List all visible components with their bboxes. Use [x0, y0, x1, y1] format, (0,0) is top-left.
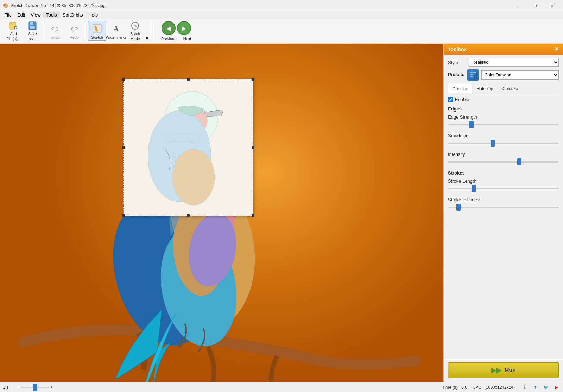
toolbox-tabs: Contour Hatching Colorize — [448, 84, 559, 93]
batch-mode-button[interactable]: Batch Mode — [126, 21, 144, 41]
svg-point-14 — [134, 25, 136, 26]
menu-view[interactable]: View — [28, 12, 43, 18]
resize-handle-br[interactable] — [252, 214, 254, 217]
canvas-area[interactable] — [0, 44, 443, 382]
title-bar: 🎨 Sketch Drawer Pro - 1442285_8066162822… — [0, 0, 563, 11]
status-sep-2 — [470, 385, 470, 390]
presets-row: Presets Color Drawing Pencil Sketch Char… — [448, 69, 559, 81]
zoom-decrease-icon[interactable]: − — [18, 385, 20, 389]
resize-handle-ml[interactable] — [122, 146, 125, 149]
status-bar: 1:1 − + Time (s): 0.0 JPG (1600x1242x24)… — [0, 382, 563, 392]
edges-section-header: Edges — [448, 106, 559, 112]
sketch-label: Sketch — [91, 35, 103, 39]
app-icon: 🎨 — [3, 3, 8, 8]
menu-help[interactable]: Help — [86, 12, 101, 18]
redo-label: Redo — [70, 35, 79, 39]
watermarks-button[interactable]: A Watermarks — [107, 21, 125, 41]
sketch-icon — [91, 23, 103, 34]
zoom-slider[interactable] — [21, 387, 49, 388]
status-right: Time (s): 0.0 JPG (1600x1242x24) ℹ f 🐦 ▶ — [442, 384, 560, 391]
svg-rect-38 — [473, 77, 476, 77]
svg-text:A: A — [113, 24, 119, 33]
previous-button[interactable]: ◀ — [162, 21, 176, 35]
zoom-increase-icon[interactable]: + — [51, 385, 53, 389]
resize-handle-bl[interactable] — [122, 214, 125, 217]
minimize-button[interactable]: ─ — [510, 0, 526, 11]
stroke-thickness-slider[interactable] — [448, 207, 559, 208]
toolbox-close-button[interactable]: ✕ — [554, 46, 559, 52]
tools-group: Sketch A Watermarks Batch Mode ▼ — [87, 20, 151, 42]
svg-rect-1 — [10, 22, 12, 25]
save-as-button[interactable]: Save as... — [23, 21, 42, 41]
facebook-button[interactable]: f — [531, 384, 539, 391]
window-title: Sketch Drawer Pro - 1442285_80661628222s… — [11, 3, 510, 8]
menu-file[interactable]: File — [1, 12, 14, 18]
stroke-thickness-row: Stroke thickness — [448, 197, 559, 211]
save-icon — [27, 21, 38, 31]
youtube-button[interactable]: ▶ — [552, 384, 560, 391]
redo-button[interactable]: Redo — [65, 21, 83, 41]
svg-rect-36 — [473, 72, 476, 73]
toolbox-body: Style Realistic Pencil Charcoal Presets — [444, 55, 563, 358]
menu-edit[interactable]: Edit — [14, 12, 28, 18]
run-button[interactable]: ▶▶ Run — [448, 362, 559, 378]
resize-handle-tl[interactable] — [122, 78, 125, 81]
presets-label: Presets — [448, 72, 464, 77]
tab-colorize[interactable]: Colorize — [498, 84, 523, 93]
expand-arrow[interactable]: ▼ — [145, 21, 149, 41]
nav-labels: Previous Next — [160, 37, 192, 41]
next-label: Next — [183, 37, 191, 41]
strokes-section-header: Strokes — [448, 170, 559, 176]
svg-rect-8 — [30, 26, 35, 29]
twitter-button[interactable]: 🐦 — [542, 384, 550, 391]
edit-group: Undo Redo — [45, 20, 85, 42]
stroke-length-container — [448, 185, 559, 192]
add-file-button[interactable]: Add File(s)... — [4, 21, 23, 41]
sketch-selection[interactable] — [123, 79, 253, 216]
run-section: ▶▶ Run — [444, 358, 563, 382]
intensity-row: Intensity — [448, 152, 559, 165]
zoom-slider-row: − + — [18, 385, 53, 389]
sketch-button[interactable]: Sketch — [88, 21, 106, 41]
menu-tools[interactable]: Tools — [43, 12, 59, 18]
sketch-preview — [124, 79, 253, 216]
presets-select[interactable]: Color Drawing Pencil Sketch Charcoal Dra… — [481, 70, 559, 80]
enable-label: Enable — [455, 97, 469, 102]
toolbar: Add File(s)... Save as... Undo — [0, 19, 563, 44]
stroke-length-slider[interactable] — [448, 188, 559, 189]
undo-button[interactable]: Undo — [46, 21, 64, 41]
tab-contour[interactable]: Contour — [448, 84, 472, 93]
edge-strength-container — [448, 121, 559, 128]
enable-row: Enable — [448, 97, 559, 102]
nav-buttons: ◀ ▶ — [162, 21, 191, 35]
close-button[interactable]: ✕ — [544, 0, 560, 11]
menu-softorbits[interactable]: SoftOrbits — [60, 12, 86, 18]
edge-strength-slider[interactable] — [448, 124, 559, 125]
resize-handle-mr[interactable] — [252, 146, 254, 149]
intensity-slider[interactable] — [448, 161, 559, 163]
resize-handle-tc[interactable] — [187, 78, 190, 81]
enable-checkbox[interactable] — [448, 97, 453, 102]
smudging-label: Smudging — [448, 133, 559, 138]
stroke-length-label: Stroke Length — [448, 178, 559, 184]
tab-hatching[interactable]: Hatching — [472, 84, 498, 93]
next-button[interactable]: ▶ — [177, 21, 191, 35]
info-button[interactable]: ℹ — [521, 384, 529, 391]
svg-point-32 — [172, 149, 214, 205]
smudging-slider[interactable] — [448, 143, 559, 144]
maximize-button[interactable]: □ — [527, 0, 543, 11]
save-as-label: Save as... — [28, 32, 37, 41]
resize-handle-bc[interactable] — [187, 214, 190, 217]
resize-handle-tr[interactable] — [252, 78, 254, 81]
batch-mode-label: Batch Mode — [130, 32, 140, 41]
svg-rect-37 — [473, 75, 476, 75]
batch-mode-icon — [129, 21, 141, 31]
style-select[interactable]: Realistic Pencil Charcoal — [469, 58, 559, 67]
toolbar-separator — [154, 20, 154, 42]
spacer — [448, 216, 559, 237]
format-label: JPG — [473, 385, 481, 390]
intensity-container — [448, 158, 559, 165]
file-group: Add File(s)... Save as... — [3, 20, 43, 42]
svg-rect-34 — [470, 74, 473, 75]
stroke-thickness-label: Stroke thickness — [448, 197, 559, 202]
